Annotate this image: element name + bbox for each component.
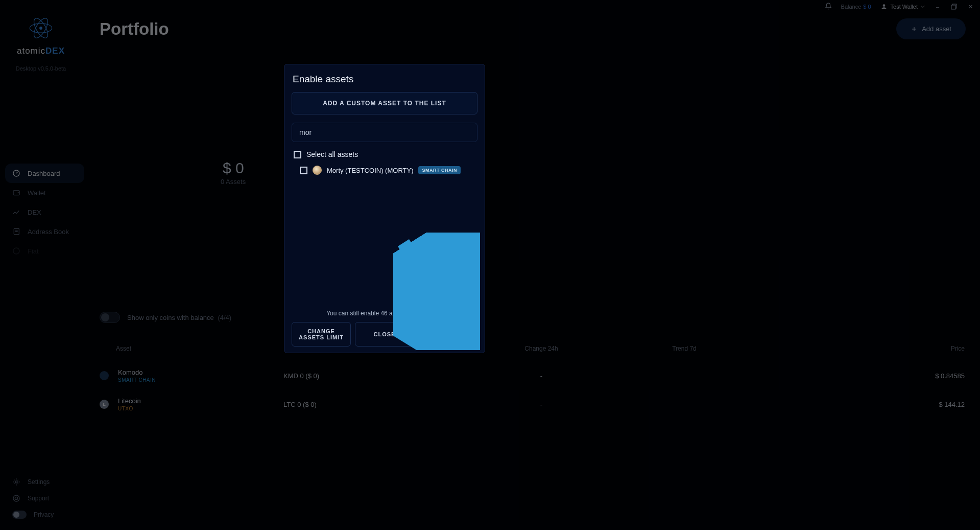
asset-option-label: Morty (TESTCOIN) (MORTY)	[327, 167, 413, 174]
add-custom-asset-button[interactable]: ADD A CUSTOM ASSET TO THE LIST	[292, 92, 477, 114]
checkbox-icon[interactable]	[294, 151, 301, 158]
checkbox-icon[interactable]	[300, 167, 307, 174]
enable-assets-modal: Enable assets ADD A CUSTOM ASSET TO THE …	[284, 64, 485, 353]
change-limit-button[interactable]: CHANGE ASSETS LIMIT	[292, 322, 351, 347]
enable-note: You can still enable 46 assets. Selected…	[292, 310, 477, 317]
close-button[interactable]: CLOSE	[355, 322, 414, 347]
asset-option[interactable]: Morty (TESTCOIN) (MORTY) SMART CHAIN	[300, 164, 477, 177]
select-all-label: Select all assets	[306, 150, 358, 158]
asset-search-input[interactable]	[292, 123, 477, 142]
modal-title: Enable assets	[293, 74, 477, 85]
enable-button[interactable]: ENABLE	[418, 322, 477, 347]
select-all-row[interactable]: Select all assets	[294, 150, 477, 158]
modal-backdrop	[0, 0, 980, 530]
chain-badge: SMART CHAIN	[418, 166, 461, 174]
asset-avatar-icon	[313, 166, 322, 175]
